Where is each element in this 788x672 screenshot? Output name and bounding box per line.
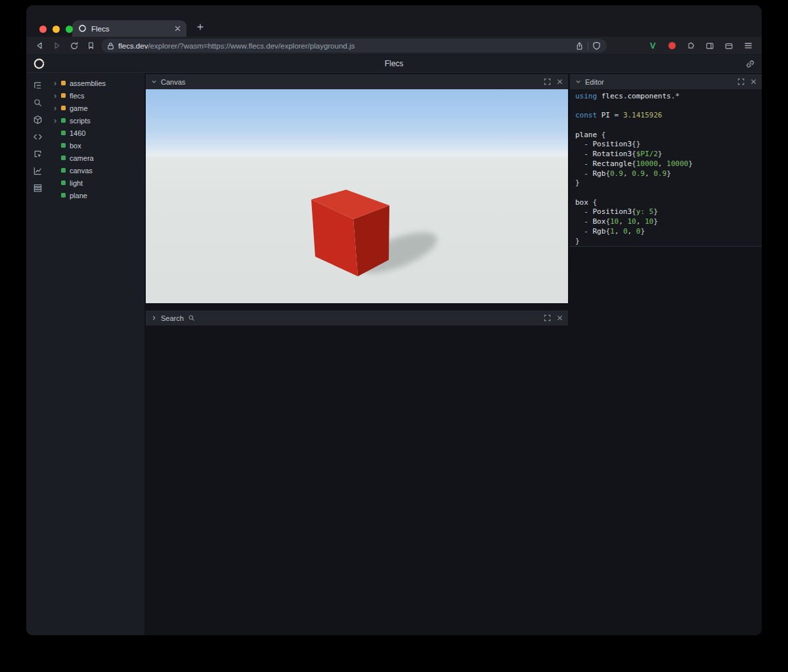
url-host: flecs.dev [118,42,148,50]
fullscreen-icon[interactable] [544,314,551,322]
reload-button[interactable] [67,39,81,52]
close-icon[interactable] [557,315,563,321]
browser-tab-flecs[interactable]: Flecs [72,20,186,37]
code-line: - Box{10, 10, 10} [575,217,762,227]
menu-hamburger-icon[interactable] [741,39,755,53]
hierarchy-icon[interactable] [30,78,45,93]
chevron-down-icon[interactable] [151,79,157,85]
flecs-logo-icon[interactable] [33,58,45,70]
chevron-right-icon[interactable]: › [54,79,61,87]
browser-window: Flecs flecs.dev/explorer/?wasm=https://w… [26,5,762,635]
code-line: - Rgb{1, 0, 0} [575,227,762,237]
close-icon[interactable] [751,79,756,85]
entity-kind-square [61,143,66,148]
extensions-puzzle-icon[interactable] [684,39,698,53]
traffic-lights [39,26,73,33]
tree-item-canvas[interactable]: canvas [49,164,144,177]
side-panel-icon[interactable] [703,39,717,53]
tab-favicon-flecs-logo-icon [78,24,87,33]
lock-icon [107,42,114,50]
forward-button[interactable] [50,39,64,52]
chevron-down-icon[interactable] [575,79,581,85]
address-bar-divider [588,42,588,50]
tree-item-scripts[interactable]: ›scripts [49,114,144,127]
tree-item-flecs[interactable]: ›flecs [49,89,144,102]
tree-item-label: plane [70,192,87,200]
new-tab-button[interactable] [193,20,208,34]
code-line: const PI = 3.1415926 [575,111,762,121]
inspect-icon[interactable] [30,146,45,161]
fullscreen-icon[interactable] [544,78,551,85]
canvas-panel-title: Canvas [161,78,185,86]
search-magnifier-icon[interactable] [188,314,195,322]
tree-item-label: game [70,104,88,112]
left-column: Canvas [146,74,568,635]
bookmark-icon[interactable] [84,39,98,52]
tree-item-label: flecs [70,92,85,100]
tab-title: Flecs [91,25,170,33]
tree-item-game[interactable]: ›game [49,102,144,114]
entity-kind-square [61,168,66,173]
code-line: using flecs.components.* [575,92,762,102]
canvas-panel-header: Canvas [146,74,568,89]
share-icon[interactable] [575,41,584,51]
entity-tree: ›assemblies›flecs›game›scripts1460boxcam… [49,73,144,635]
entity-kind-square [61,131,66,135]
traffic-light-minimize[interactable] [53,26,60,33]
canvas-3d-scene [146,89,568,303]
tree-item-camera[interactable]: camera [49,152,144,164]
tree-item-label: light [70,179,83,187]
code-icon[interactable] [30,129,45,144]
entity-kind-square [61,156,66,160]
red-dot-extension-icon[interactable] [665,39,679,53]
code-line [575,121,762,131]
tree-item-light[interactable]: light [49,177,144,189]
chevron-right-icon[interactable] [151,315,157,321]
browser-toolbar: flecs.dev/explorer/?wasm=https://www.fle… [26,37,762,55]
code-line: - Rgb{0.9, 0.9, 0.9} [575,169,762,179]
code-line: - Rectangle{10000, 10000} [575,159,762,169]
address-bar[interactable]: flecs.dev/explorer/?wasm=https://www.fle… [101,39,607,52]
entity-kind-square [61,193,66,198]
editor-code[interactable]: using flecs.components.*const PI = 3.141… [570,89,762,247]
right-column: Editor using flecs.components.*const PI [570,74,762,635]
app-body: ›assemblies›flecs›game›scripts1460boxcam… [26,73,762,635]
search-icon[interactable] [30,95,45,110]
tree-item-label: 1460 [70,129,85,137]
chevron-right-icon[interactable]: › [54,92,61,100]
code-line: } [575,237,762,247]
tree-item-assemblies[interactable]: ›assemblies [49,77,144,89]
app-header: Flecs [26,55,762,73]
chart-icon[interactable] [30,163,45,178]
tab-close-icon[interactable] [175,26,181,32]
traffic-light-close[interactable] [39,26,47,33]
tree-item-box[interactable]: box [49,139,144,152]
share-link-icon[interactable] [745,59,755,69]
wallet-icon[interactable] [722,39,736,53]
code-line: } [575,178,762,188]
v-extension-icon[interactable]: V [646,39,660,53]
url-text[interactable]: flecs.dev/explorer/?wasm=https://www.fle… [118,42,571,50]
close-icon[interactable] [557,79,563,85]
fullscreen-icon[interactable] [737,78,745,85]
entity-kind-square [61,106,66,110]
tree-item-label: scripts [70,117,91,125]
tree-item-label: camera [70,154,94,162]
canvas-panel: Canvas [146,74,568,303]
traffic-light-zoom[interactable] [66,26,73,33]
tree-item-label: assemblies [70,79,106,87]
chevron-right-icon[interactable]: › [54,117,61,125]
chevron-right-icon[interactable]: › [54,104,61,112]
tree-item-1460[interactable]: 1460 [49,127,144,139]
code-line: box { [575,198,762,208]
brave-shield-icon[interactable] [592,41,601,51]
rows-icon[interactable] [30,180,45,195]
main-area: Canvas [144,73,762,635]
canvas-viewport[interactable] [146,89,568,303]
back-button[interactable] [33,39,47,52]
editor-panel: Editor using flecs.components.*const PI [570,74,762,247]
tree-item-plane[interactable]: plane [49,189,144,201]
url-path: /explorer/?wasm=https://www.flecs.dev/ex… [148,42,355,50]
extension-cluster: V [646,39,755,53]
package-icon[interactable] [30,112,45,127]
